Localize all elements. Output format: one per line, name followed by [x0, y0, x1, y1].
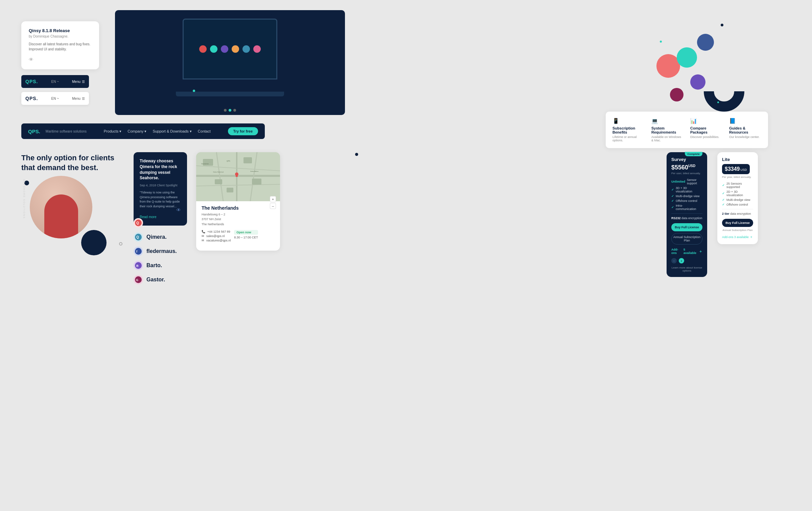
benefit-system-title: System Requirements	[651, 126, 683, 134]
blog-post-card: Tideway chooses Qimera for the rock dump…	[134, 152, 187, 226]
svg-rect-13	[236, 174, 238, 177]
barto-label: Barto.	[146, 262, 162, 269]
screen-icons	[192, 39, 268, 60]
deco-dark-arc	[704, 71, 744, 112]
logo-barto[interactable]: B Barto.	[134, 261, 177, 270]
full-nav-logo: QPS.	[28, 129, 40, 134]
barto-icon: B	[134, 261, 143, 270]
map-zoom-controls: + –	[270, 196, 276, 209]
map-phone-row: 📞 +44 1234 567 89	[202, 230, 231, 233]
lite-feature-4: ✓ Offshore control	[722, 203, 753, 206]
blog-post-excerpt: "Tideway is now using the Qimera process…	[140, 190, 181, 209]
survey-plan-name: Survey	[671, 157, 702, 162]
screen-icon-2	[210, 45, 217, 53]
deco-dot-1	[721, 24, 723, 26]
person-silhouette	[44, 194, 78, 238]
map-info: The Netherlands Handelsveg 6 – 2 3707 NH…	[196, 201, 280, 243]
gastor-label: Gastor.	[146, 277, 165, 283]
logo-gastor[interactable]: G Gastor.	[134, 275, 177, 284]
svg-text:B: B	[136, 264, 139, 268]
deco-circles	[650, 20, 744, 115]
svg-point-22	[135, 248, 142, 255]
survey-card-nav: ‹ ›	[671, 258, 702, 263]
map-contact-info: 📞 +44 1234 567 89 ✉ sales@qps.nl ✉ vacat…	[202, 230, 231, 243]
qimera-svg: Q	[135, 233, 142, 241]
person-circle	[30, 176, 92, 238]
guides-icon: 📘	[729, 118, 761, 124]
benefit-system-desc: Available on Windows & Mac.	[651, 135, 683, 142]
lite-per-user: Per year, billed annually.	[722, 176, 753, 179]
deco-purple-circle	[690, 74, 705, 90]
survey-buy-license-button[interactable]: Buy Full License	[671, 223, 702, 231]
lite-feature-1: ✓ 25 Sensors supported	[722, 182, 753, 189]
svg-rect-7	[203, 159, 213, 166]
logo-qimera[interactable]: Q Qimera.	[134, 232, 177, 242]
survey-card-wrapper: Complete Survey $5560USD Per user, bille…	[667, 152, 707, 277]
survey-annual-button[interactable]: Annual Subscription Plan	[671, 233, 702, 245]
deco-teal-circle	[677, 47, 697, 68]
nav-bar-light: QPS. EN ~ Menu ☰	[21, 92, 89, 105]
lite-buy-license-button[interactable]: Buy Full License	[722, 219, 753, 227]
eye-icon[interactable]: 👁	[29, 57, 33, 62]
nav-lang-dark: EN ~	[51, 80, 59, 84]
qinsy-label: Qinsy.	[146, 220, 163, 226]
benefit-compare: 📊 Compare Packages Discover possibilitie…	[690, 118, 722, 142]
lite-card-wrapper: Lite $3349 USD Per year, billed annually…	[717, 152, 758, 244]
survey-feature-2: ✓ 3D + 3D visualization	[671, 186, 702, 193]
blog-post-title: Tideway chooses Qimera for the rock dump…	[140, 158, 181, 181]
prev-card-button[interactable]: ‹	[671, 258, 677, 263]
map-address: Handelsveg 6 – 2 3707 NH Zeist The Nethe…	[202, 212, 275, 227]
qps-logo-light: QPS.	[25, 96, 38, 101]
deco-blue-circle	[697, 34, 714, 51]
next-card-button[interactable]: ›	[679, 258, 684, 263]
logo-fledermaus[interactable]: f fledermaus.	[134, 247, 177, 256]
try-for-free-button[interactable]: Try for free	[228, 127, 258, 135]
blog-card-title: Qinsy 8.1.8 Release	[29, 28, 92, 33]
svg-text:Q: Q	[136, 221, 139, 225]
map-zoom-out[interactable]: –	[270, 203, 276, 209]
nav-link-contact[interactable]: Contact	[198, 129, 211, 133]
benefit-system-req: 💻 System Requirements Available on Windo…	[651, 118, 683, 142]
dot-3[interactable]	[233, 109, 236, 112]
map-status-info: Open now 8.30 – 17:00 CET	[234, 230, 258, 239]
lite-feature-3: ✓ Multi-dredge view	[722, 198, 753, 202]
system-icon: 💻	[651, 118, 683, 124]
dot-2[interactable]	[229, 109, 231, 112]
survey-divider	[671, 213, 702, 214]
deco-dot-scatter-3	[355, 153, 358, 156]
survey-addons: Add-ons 5 available ＋	[671, 248, 702, 255]
svg-rect-8	[243, 157, 252, 163]
deco-wine-circle	[670, 88, 683, 101]
deco-dot-2	[660, 41, 662, 43]
map-zoom-in[interactable]: +	[270, 196, 276, 202]
full-nav-tagline: Maritime software solutions	[46, 130, 87, 133]
nav-menu-dark[interactable]: Menu ☰	[72, 80, 85, 84]
decorative-dot-light	[119, 242, 122, 246]
learn-more-link[interactable]: Learn more about license options	[671, 266, 702, 272]
lite-divider	[722, 209, 753, 209]
lite-annual-plan: Annual Subscription Plan	[722, 229, 753, 232]
nav-menu-light[interactable]: Menu ☰	[72, 97, 85, 100]
svg-rect-11	[227, 188, 233, 192]
lite-addons: Add-ons 3 available ＋	[722, 234, 753, 239]
barto-svg: B	[135, 262, 142, 269]
nav-link-support[interactable]: Support & Downloads ▾	[153, 129, 191, 134]
blog-card-author: by Dominique Chassagne.	[29, 34, 92, 38]
benefit-compare-desc: Discover possibilities.	[690, 135, 722, 139]
deco-dot-3	[717, 101, 719, 103]
lite-feature-2: ✓ 2D + 3D visualization	[722, 190, 753, 197]
side-label: OFFSHORE SOLUTIONS	[23, 179, 25, 219]
screen-icon-6	[253, 45, 261, 53]
map-placeholder: Insurance QPS Solera Nederland Solera Ac…	[196, 152, 280, 201]
benefit-compare-title: Compare Packages	[690, 126, 722, 134]
blog-post-meta: Sep 4, 2018 Client Spotlight	[140, 184, 181, 187]
lite-currency: USD	[741, 168, 747, 171]
nav-link-products[interactable]: Products ▾	[104, 129, 121, 134]
logo-qinsy[interactable]: Q Qinsy.	[134, 218, 177, 228]
survey-price: $5560USD	[671, 164, 702, 171]
blog-post-eye-icon[interactable]: 👁	[176, 207, 181, 213]
svg-rect-9	[215, 179, 222, 184]
svg-text:Solera Achive: Solera Achive	[250, 170, 259, 172]
nav-link-company[interactable]: Company ▾	[127, 129, 146, 134]
dot-1[interactable]	[224, 109, 227, 112]
